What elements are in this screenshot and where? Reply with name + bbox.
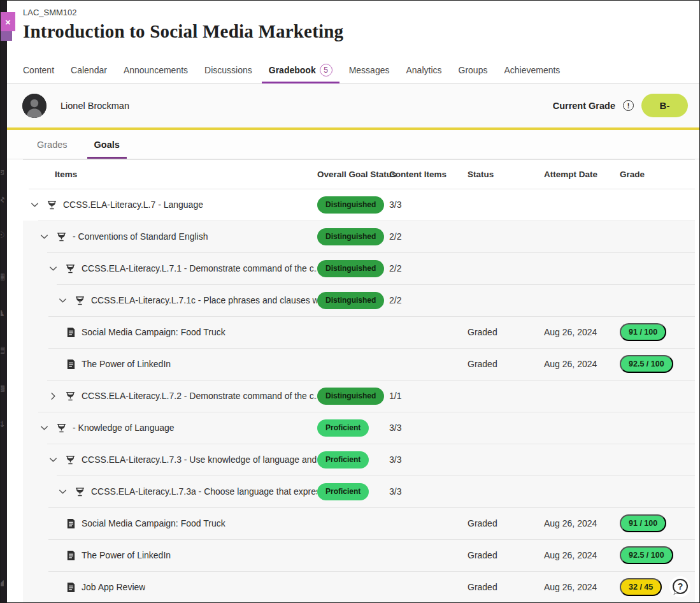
document-icon [66,550,76,561]
nav-item-label: Gradebook [269,65,316,75]
overall-goal-status-badge: Proficient [317,451,369,469]
goal-title-link[interactable]: CCSS.ELA-Literacy.L.7 - Language [63,200,203,210]
nav-item-label: Achievements [504,65,560,75]
overall-goal-status-badge: Distinguished [317,196,384,214]
nav-item-achievements[interactable]: Achievements [496,57,568,83]
clipped-nav-icon: ⇅ [1,419,4,429]
overall-goal-status-badge: Distinguished [317,228,384,245]
content-item-row: Social Media Campaign: Food Truck Graded… [23,316,695,348]
content-item-title-link[interactable]: The Power of LinkedIn [82,359,171,369]
column-header-overall-goal-status: Overall Goal Status [317,170,389,179]
expand-collapse-chevron-icon[interactable] [38,231,50,243]
goal-title-link[interactable]: CCSS.ELA-Literacy.L.7.3 - Use knowledge … [82,454,317,465]
goal-row: CCSS.ELA-Literacy.L.7.1c - Place phrases… [23,284,695,316]
document-icon [66,359,76,370]
nav-item-analytics[interactable]: Analytics [397,57,450,83]
expand-collapse-chevron-icon[interactable] [47,390,59,402]
goal-trophy-icon [75,295,85,306]
nav-item-label: Messages [349,65,390,75]
grade-pill[interactable]: 91 / 100 [620,514,666,532]
goal-row: CCSS.ELA-Literacy.L.7 - Language Disting… [23,189,695,221]
content-items-count: 3/3 [389,423,468,433]
tab-goals[interactable]: Goals [87,130,127,159]
divider [47,252,695,253]
goal-title-link[interactable]: CCSS.ELA-Literacy.L.7.3a - Choose langua… [91,486,317,497]
nav-item-label: Groups [459,65,488,75]
grade-pill[interactable]: 92.5 / 100 [620,546,673,564]
attempt-date: Aug 26, 2024 [544,518,620,528]
overall-goal-status-badge: Distinguished [317,388,384,405]
student-name: Lionel Brockman [61,101,129,111]
grade-pill[interactable]: 32 / 45 [620,578,662,596]
divider [48,348,695,349]
divider [47,444,695,444]
goal-trophy-icon [75,486,85,497]
nav-item-label: Discussions [204,65,252,75]
divider [48,507,695,508]
expand-collapse-chevron-icon[interactable] [47,263,59,275]
current-grade-pill[interactable]: B- [641,94,688,117]
person-silhouette-icon [22,94,46,118]
expand-collapse-chevron-icon[interactable] [57,486,69,498]
expand-collapse-chevron-icon[interactable] [57,294,69,307]
goal-row: CCSS.ELA-Literacy.L.7.3a - Choose langua… [23,476,695,507]
nav-item-label: Calendar [71,65,107,75]
nav-item-calendar[interactable]: Calendar [62,57,115,83]
goal-row: - Conventions of Standard English Distin… [23,221,695,252]
attempt-status: Graded [468,327,544,337]
content-items-count: 2/2 [389,263,468,273]
content-item-title-link[interactable]: The Power of LinkedIn [82,550,171,560]
tab-grades[interactable]: Grades [30,130,75,159]
nav-item-gradebook[interactable]: Gradebook 5 [261,57,341,83]
close-button-shadow [1,31,12,41]
goal-title-link[interactable]: CCSS.ELA-Literacy.L.7.2 - Demonstrate co… [82,391,317,401]
expand-collapse-chevron-icon[interactable] [47,454,59,466]
goal-row: CCSS.ELA-Literacy.L.7.3 - Use knowledge … [23,444,695,476]
content-item-title-link[interactable]: Social Media Campaign: Food Truck [82,327,225,337]
grade-pill[interactable]: 91 / 100 [620,323,666,341]
expand-collapse-chevron-icon[interactable] [29,199,41,211]
goal-title-link[interactable]: CCSS.ELA-Literacy.L.7.1 - Demonstrate co… [82,263,317,273]
content-items-count: 3/3 [389,200,468,210]
column-header-items: Items [23,170,317,179]
goal-title-link[interactable]: CCSS.ELA-Literacy.L.7.1c - Place phrases… [91,295,317,305]
nav-item-messages[interactable]: Messages [341,57,398,83]
column-header-status: Status [468,170,544,179]
divider [57,284,695,285]
avatar[interactable] [22,94,46,118]
nav-item-announcements[interactable]: Announcements [115,57,196,83]
goal-trophy-icon [65,391,76,402]
goal-trophy-icon [65,263,76,274]
content-item-row: Job App Review Graded Aug 26, 2024 32 / … [23,571,695,603]
subtab-label: Goals [94,140,120,150]
close-panel-button[interactable]: × [1,12,15,31]
goals-table-body: CCSS.ELA-Literacy.L.7 - Language Disting… [23,189,695,603]
nav-item-groups[interactable]: Groups [450,57,496,83]
content-item-title-link[interactable]: Social Media Campaign: Food Truck [82,518,225,528]
divider [48,316,695,317]
grade-info-icon[interactable]: ! [623,100,634,111]
column-header-grade: Grade [620,170,695,179]
course-id: LAC_SMM102 [23,8,699,17]
divider [48,539,695,540]
attempt-date: Aug 26, 2024 [544,582,620,592]
nav-item-content[interactable]: Content [15,57,62,83]
content-item-title-link[interactable]: Job App Review [82,582,145,592]
nav-item-discussions[interactable]: Discussions [196,57,261,83]
help-question-icon: ? [671,578,690,597]
nav-item-label: Analytics [406,65,441,75]
course-nav: Content Calendar Announcements Discussio… [7,57,699,84]
goal-title-link[interactable]: - Conventions of Standard English [73,231,208,242]
clipped-nav-icon: ▤ [1,345,5,354]
course-header: LAC_SMM102 Introduction to Social Media … [7,1,699,57]
goal-title-link[interactable]: - Knowledge of Language [73,423,175,433]
content-item-row: Social Media Campaign: Food Truck Graded… [23,507,695,539]
content-items-count: 2/2 [389,231,468,242]
help-button[interactable]: ? [669,576,690,597]
document-icon [66,582,76,593]
content-items-count: 2/2 [389,295,468,305]
page-title: Introduction to Social Media Marketing [23,21,699,42]
clipped-nav-icon: ⚒ [1,195,5,205]
grade-pill[interactable]: 92.5 / 100 [620,355,673,373]
expand-collapse-chevron-icon[interactable] [38,422,50,434]
